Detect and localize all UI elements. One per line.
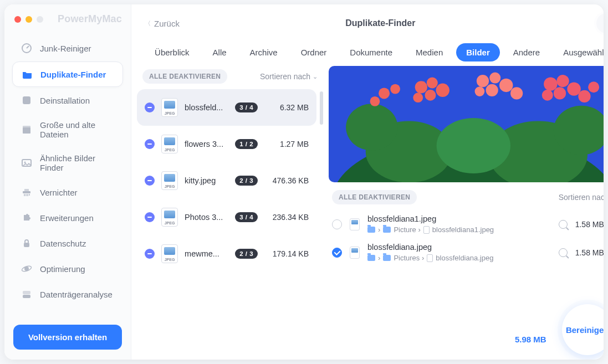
orbit-icon	[21, 263, 32, 274]
sidebar-item-label: Erweiterungen	[40, 213, 94, 223]
svg-rect-1	[23, 96, 30, 104]
group-row[interactable]: JPEG Photos 3... 3 / 4 236.34 KB	[137, 199, 316, 235]
disk-icon	[21, 289, 32, 300]
svg-point-32	[567, 82, 580, 95]
file-info: blossfeldiana1.jpeg › Picture › blossfel…	[367, 214, 551, 234]
tab-bilder[interactable]: Bilder	[456, 43, 500, 61]
tab-ausgewählt[interactable]: Ausgewählt	[553, 43, 604, 61]
svg-point-20	[427, 77, 438, 88]
svg-rect-11	[23, 291, 30, 294]
folder-icon	[367, 255, 375, 261]
gauge-icon	[21, 43, 32, 54]
file-path: › Picture › blossfeldiana1.jpeg	[367, 225, 551, 234]
count-badge: 1 / 2	[235, 139, 258, 149]
deactivate-all-detail-button[interactable]: ALLE DEAKTIVIEREN	[332, 190, 417, 204]
content-area: ALLE DEAKTIVIEREN Sortieren nach ⌄ JPEG …	[131, 64, 604, 360]
deselect-icon[interactable]	[145, 212, 155, 222]
scrollbar[interactable]	[320, 91, 323, 353]
svg-rect-3	[23, 126, 30, 128]
sort-button[interactable]: Sortieren nach ⌄	[260, 72, 318, 81]
sort-label: Sortieren nach	[260, 72, 310, 81]
selected-total: 5.98 MB	[515, 335, 546, 344]
tab-dokumente[interactable]: Dokumente	[340, 43, 402, 61]
tab-archive[interactable]: Archive	[240, 43, 288, 61]
sidebar-item-disk[interactable]: Datenträgeranalyse	[12, 282, 123, 306]
checkbox[interactable]	[332, 219, 342, 229]
tab-medien[interactable]: Medien	[406, 43, 453, 61]
group-name: blossfeld...	[185, 103, 228, 112]
sidebar-item-label: Deinstallation	[40, 96, 90, 105]
brand-label: PowerMyMac	[58, 13, 122, 25]
folder-icon	[383, 255, 391, 261]
svg-point-24	[477, 75, 489, 87]
sidebar-item-lock[interactable]: Datenschutz	[12, 231, 123, 255]
sidebar-item-label: Ähnliche Bilder Finder	[40, 153, 114, 172]
back-label: Zurück	[154, 19, 180, 28]
tab-andere[interactable]: Andere	[503, 43, 550, 61]
count-badge: 3 / 4	[235, 102, 258, 112]
folder-icon	[22, 69, 33, 80]
tab-ordner[interactable]: Ordner	[291, 43, 337, 61]
sidebar-item-label: Große und alte Dateien	[40, 120, 114, 139]
file-row[interactable]: blossfeldiana.jpeg › Pictures › blossfel…	[329, 238, 604, 266]
sidebar-item-orbit[interactable]: Optimierung	[12, 257, 123, 281]
svg-rect-10	[23, 295, 30, 298]
svg-point-26	[499, 79, 513, 92]
sidebar-item-label: Junk-Reiniger	[40, 44, 91, 53]
svg-rect-2	[23, 127, 30, 134]
window-controls: PowerMyMac	[9, 12, 126, 35]
deactivate-all-button[interactable]: ALLE DEAKTIVIEREN	[142, 69, 227, 84]
file-type-icon: JPEG	[161, 98, 178, 117]
deselect-icon[interactable]	[145, 249, 155, 259]
group-row[interactable]: JPEG kitty.jpeg 2 / 3 476.36 KB	[137, 162, 316, 199]
page-title: Duplikate-Finder	[345, 18, 415, 28]
footer: 5.98 MB Bereinigen	[329, 321, 604, 355]
svg-point-30	[544, 77, 557, 90]
lock-icon	[21, 238, 32, 249]
deselect-icon[interactable]	[145, 176, 155, 186]
maximize-window-icon[interactable]	[37, 16, 43, 23]
sidebar-item-app[interactable]: Deinstallation	[12, 88, 123, 112]
sort-detail-button[interactable]: Sortieren nach ⌄	[559, 193, 604, 202]
sidebar: PowerMyMac Junk-ReinigerDuplikate-Finder…	[4, 4, 131, 360]
tab-überblick[interactable]: Überblick	[145, 43, 200, 61]
svg-rect-7	[24, 243, 29, 247]
group-size: 476.36 KB	[264, 176, 309, 185]
sidebar-item-gauge[interactable]: Junk-Reiniger	[12, 36, 123, 60]
shredder-icon	[21, 187, 32, 198]
help-button[interactable]: ?	[596, 13, 604, 33]
deselect-icon[interactable]	[145, 139, 155, 149]
file-type-icon: JPEG	[161, 244, 178, 263]
svg-point-29	[510, 87, 523, 99]
sidebar-item-shredder[interactable]: Vernichter	[12, 180, 123, 204]
sidebar-item-folder[interactable]: Duplikate-Finder	[12, 61, 123, 87]
reveal-icon[interactable]	[559, 220, 568, 229]
group-row[interactable]: JPEG blossfeld... 3 / 4 6.32 MB	[137, 89, 316, 126]
sidebar-item-label: Optimierung	[40, 264, 85, 274]
svg-point-31	[556, 75, 569, 87]
group-column: ALLE DEAKTIVIEREN Sortieren nach ⌄ JPEG …	[137, 66, 323, 355]
sidebar-item-image[interactable]: Ähnliche Bilder Finder	[12, 147, 123, 179]
group-row[interactable]: JPEG flowers 3... 1 / 2 1.27 MB	[137, 126, 316, 162]
svg-point-39	[370, 96, 380, 106]
file-icon	[350, 247, 360, 259]
file-type-icon: JPEG	[161, 171, 178, 190]
sidebar-item-box[interactable]: Große und alte Dateien	[12, 114, 123, 146]
close-window-icon[interactable]	[14, 16, 21, 23]
puzzle-icon	[21, 212, 32, 223]
group-name: mewme...	[185, 249, 228, 258]
tab-alle[interactable]: Alle	[203, 43, 237, 61]
upgrade-button[interactable]: Vollversion erhalten	[13, 325, 122, 350]
file-row[interactable]: blossfeldiana1.jpeg › Picture › blossfel…	[329, 210, 604, 238]
deselect-icon[interactable]	[145, 102, 155, 112]
group-row[interactable]: JPEG mewme... 2 / 3 179.14 KB	[137, 235, 316, 272]
reveal-icon[interactable]	[559, 248, 568, 257]
sidebar-item-label: Vernichter	[40, 188, 78, 197]
topbar: 〈 Zurück Duplikate-Finder ?	[131, 4, 604, 40]
sort-label: Sortieren nach	[559, 193, 604, 202]
file-size: 1.58 MB	[575, 220, 604, 229]
minimize-window-icon[interactable]	[25, 16, 32, 23]
sidebar-item-puzzle[interactable]: Erweiterungen	[12, 206, 123, 230]
back-button[interactable]: 〈 Zurück	[145, 19, 180, 28]
checkbox[interactable]	[332, 248, 342, 258]
